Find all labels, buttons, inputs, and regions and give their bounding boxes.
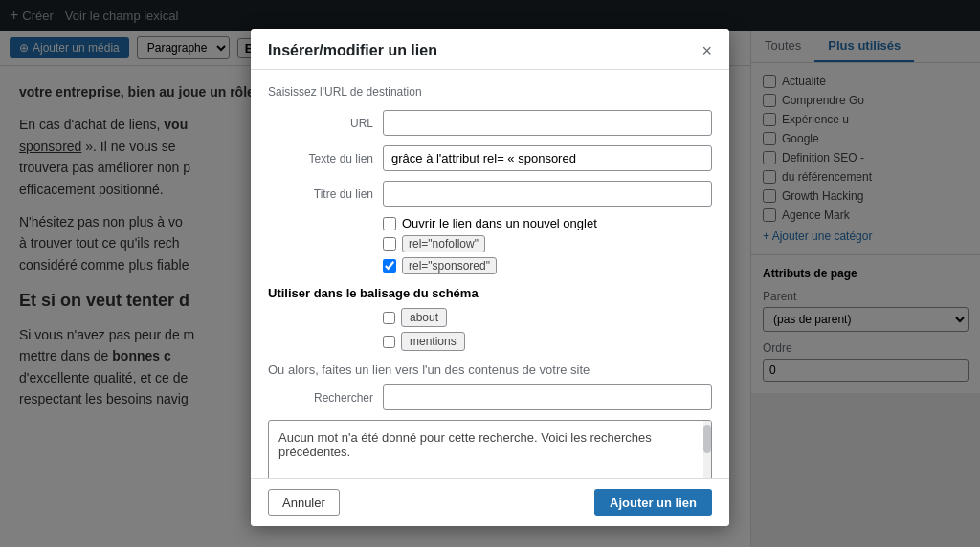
new-tab-row: Ouvrir le lien dans un nouvel onglet xyxy=(383,216,712,230)
modal-title: Insérer/modifier un lien xyxy=(268,42,437,59)
search-results-scrollbar[interactable] xyxy=(703,421,711,478)
url-label: URL xyxy=(268,117,373,130)
modal-close-button[interactable]: × xyxy=(702,42,712,59)
modal-footer: Annuler Ajouter un lien xyxy=(251,478,729,526)
nofollow-row: rel="nofollow" xyxy=(383,235,712,252)
search-row: Rechercher xyxy=(268,384,712,410)
cancel-button[interactable]: Annuler xyxy=(268,489,340,516)
link-text-row: Texte du lien xyxy=(268,145,712,171)
title-row: Titre du lien xyxy=(268,181,712,207)
search-input[interactable] xyxy=(383,384,712,410)
title-label: Titre du lien xyxy=(268,187,373,201)
link-text-label: Texte du lien xyxy=(268,152,373,165)
url-input[interactable] xyxy=(383,110,712,136)
nofollow-tag: rel="nofollow" xyxy=(402,235,485,252)
scrollbar-thumb xyxy=(703,425,711,453)
link-text-input[interactable] xyxy=(383,145,712,171)
new-tab-checkbox[interactable] xyxy=(383,217,396,230)
new-tab-label: Ouvrir le lien dans un nouvel onglet xyxy=(402,216,597,230)
modal-overlay: Insérer/modifier un lien × Saisissez l'U… xyxy=(0,0,980,547)
nofollow-checkbox[interactable] xyxy=(383,237,396,251)
search-results: Aucun mot n'a été donné pour cette reche… xyxy=(268,420,712,478)
about-tag: about xyxy=(401,308,447,327)
search-label: Rechercher xyxy=(268,391,373,405)
modal-header: Insérer/modifier un lien × xyxy=(251,29,729,70)
search-results-text: Aucun mot n'a été donné pour cette reche… xyxy=(269,421,711,469)
checkbox-group: Ouvrir le lien dans un nouvel onglet rel… xyxy=(383,216,712,274)
search-hint: Ou alors, faites un lien vers l'un des c… xyxy=(268,362,712,377)
about-checkbox[interactable] xyxy=(383,312,395,324)
mentions-checkbox[interactable] xyxy=(383,336,395,348)
title-input[interactable] xyxy=(383,181,712,207)
about-row: about xyxy=(383,308,712,327)
sponsored-tag: rel="sponsored" xyxy=(402,257,497,274)
submit-button[interactable]: Ajouter un lien xyxy=(594,489,712,516)
schema-section-title: Utiliser dans le balisage du schéma xyxy=(268,286,712,300)
insert-link-modal: Insérer/modifier un lien × Saisissez l'U… xyxy=(251,29,729,526)
mentions-row: mentions xyxy=(383,332,712,351)
mentions-tag: mentions xyxy=(401,332,465,351)
url-row: URL xyxy=(268,110,712,136)
sponsored-checkbox[interactable] xyxy=(383,259,396,273)
modal-body: Saisissez l'URL de destination URL Texte… xyxy=(251,70,729,478)
sponsored-row: rel="sponsored" xyxy=(383,257,712,274)
schema-checkboxes: about mentions xyxy=(383,308,712,351)
url-hint: Saisissez l'URL de destination xyxy=(268,85,712,98)
